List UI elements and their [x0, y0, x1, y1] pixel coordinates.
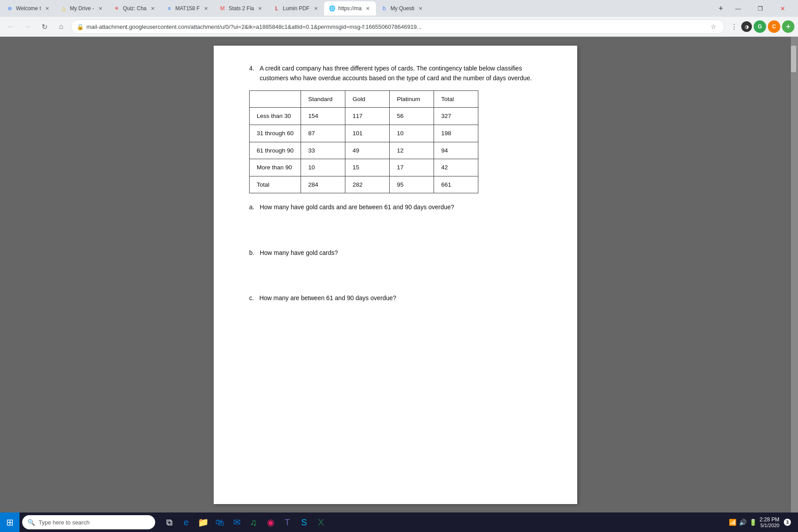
sub-question-text: How many are between 61 and 90 days over…: [259, 293, 396, 303]
table-cell: 94: [434, 142, 478, 159]
table-cell: 49: [345, 142, 390, 159]
tab-label: Stats 2 Fia: [229, 5, 254, 12]
tab-bar: ⊕Welcome t✕△My Drive -✕✳Quiz: Cha✕≡MAT15…: [0, 0, 798, 17]
taskbar-search[interactable]: 🔍 Type here to search: [22, 515, 155, 529]
search-text: Type here to search: [39, 519, 90, 526]
table-header-cell: Platinum: [390, 90, 434, 108]
close-button[interactable]: ✕: [772, 1, 793, 16]
profile-avatar-add[interactable]: +: [782, 20, 794, 33]
browser-tab-tab1[interactable]: ⊕Welcome t✕: [2, 1, 55, 16]
tab-favicon: ≡: [166, 5, 173, 12]
scrollbar-thumb[interactable]: [791, 46, 796, 72]
tab-favicon: ⊕: [6, 5, 13, 12]
browser-tab-tab8[interactable]: bMy Questi✕: [376, 1, 429, 16]
tab-close-button[interactable]: ✕: [149, 5, 156, 12]
sub-questions: a.How many have gold cards and are betwe…: [249, 202, 551, 303]
search-icon: 🔍: [27, 519, 35, 526]
table-cell: 95: [390, 176, 434, 193]
maximize-button[interactable]: ❐: [750, 1, 771, 16]
taskbar-app-photos[interactable]: ◉: [262, 514, 278, 530]
tab-favicon: ✳: [113, 5, 120, 12]
address-bar-row: ← → ↻ ⌂ 🔒 mail-attachment.googleusercont…: [0, 17, 798, 36]
table-cell: 56: [390, 108, 434, 125]
document-page: 4. A credit card company has three diffe…: [214, 46, 577, 504]
tab-close-button[interactable]: ✕: [43, 5, 51, 12]
sub-question-text: How many have gold cards?: [260, 248, 338, 258]
notification-button[interactable]: 3: [782, 517, 793, 528]
tab-label: Lumin PDF: [283, 5, 309, 12]
table-row: 31 through 608710110198: [250, 125, 478, 142]
reload-button[interactable]: ↻: [37, 20, 51, 34]
browser-tab-tab4[interactable]: ≡MAT158 F✕: [161, 1, 214, 16]
question-block: 4. A credit card company has three diffe…: [249, 63, 551, 303]
profile-avatar-dark[interactable]: ◑: [741, 21, 752, 32]
taskbar: ⊞ 🔍 Type here to search ⧉e📁🛍✉♫◉TSX 📶 🔊 🔋…: [0, 512, 798, 532]
browser-tab-tab3[interactable]: ✳Quiz: Cha✕: [109, 1, 160, 16]
table-cell: 87: [301, 125, 345, 142]
home-button[interactable]: ⌂: [54, 20, 68, 34]
address-bar-actions: ☆: [708, 21, 719, 32]
bookmark-icon[interactable]: ☆: [708, 21, 719, 32]
browser-chrome: ⊕Welcome t✕△My Drive -✕✳Quiz: Cha✕≡MAT15…: [0, 0, 798, 37]
table-header-cell: Standard: [301, 90, 345, 108]
taskbar-app-mail[interactable]: ✉: [229, 514, 245, 530]
taskbar-app-skype[interactable]: S: [296, 514, 312, 530]
network-icon[interactable]: 📶: [729, 519, 736, 526]
table-cell: 15: [345, 159, 390, 176]
table-cell: 61 through 90: [250, 142, 301, 159]
tab-close-button[interactable]: ✕: [364, 5, 372, 12]
system-clock: 2:28 PM 5/1/2020: [759, 516, 779, 528]
tab-close-button[interactable]: ✕: [257, 5, 264, 12]
clock-time: 2:28 PM: [759, 516, 779, 523]
taskbar-app-excel[interactable]: X: [313, 514, 329, 530]
table-cell: More than 90: [250, 159, 301, 176]
taskbar-app-edge[interactable]: e: [178, 514, 194, 530]
sound-icon[interactable]: 🔊: [739, 519, 747, 526]
taskbar-apps: ⧉e📁🛍✉♫◉TSX: [158, 514, 332, 530]
table-cell: 117: [345, 108, 390, 125]
browser-tab-tab5[interactable]: MStats 2 Fia✕: [215, 1, 268, 16]
table-cell: 10: [301, 159, 345, 176]
tab-favicon: 🌐: [329, 5, 336, 12]
table-cell: 101: [345, 125, 390, 142]
taskbar-app-spotify[interactable]: ♫: [246, 514, 262, 530]
taskbar-app-teams[interactable]: T: [279, 514, 295, 530]
sub-question-label: c.: [249, 293, 254, 303]
taskbar-app-file-explorer[interactable]: 📁: [195, 514, 211, 530]
profile-icons: ⋮ ◑ G C +: [729, 20, 794, 33]
address-bar[interactable]: 🔒 mail-attachment.googleusercontent.com/…: [71, 20, 724, 34]
browser-tab-tab7[interactable]: 🌐https://ma✕: [324, 1, 376, 16]
back-button[interactable]: ←: [4, 20, 18, 34]
browser-tab-tab2[interactable]: △My Drive -✕: [55, 1, 108, 16]
table-header-cell: [250, 90, 301, 108]
browser-tab-tab6[interactable]: LLumin PDF✕: [269, 1, 324, 16]
tab-label: MAT158 F: [176, 5, 200, 12]
table-row: More than 9010151742: [250, 159, 478, 176]
tab-label: My Drive -: [70, 5, 94, 12]
tab-close-button[interactable]: ✕: [417, 5, 424, 12]
profile-avatar-orange[interactable]: C: [768, 20, 780, 33]
battery-icon[interactable]: 🔋: [749, 519, 757, 526]
tab-close-button[interactable]: ✕: [97, 5, 104, 12]
table-cell: 327: [434, 108, 478, 125]
start-icon: ⊞: [6, 517, 14, 528]
question-text: A credit card company has three differen…: [260, 63, 551, 83]
sub-question: b.How many have gold cards?: [249, 248, 551, 258]
new-tab-button[interactable]: +: [714, 2, 728, 15]
scroll-right: [791, 37, 798, 513]
start-button[interactable]: ⊞: [0, 512, 20, 532]
tab-close-button[interactable]: ✕: [312, 5, 319, 12]
taskbar-app-task-view[interactable]: ⧉: [161, 514, 177, 530]
tab-close-button[interactable]: ✕: [203, 5, 210, 12]
minimize-button[interactable]: —: [728, 1, 748, 16]
table-row: Less than 3015411756327: [250, 108, 478, 125]
browser-menu-icon[interactable]: ⋮: [729, 21, 739, 32]
profile-avatar-green[interactable]: G: [754, 20, 766, 33]
table-cell: 42: [434, 159, 478, 176]
table-cell: 198: [434, 125, 478, 142]
table-row: 61 through 9033491294: [250, 142, 478, 159]
taskbar-app-store[interactable]: 🛍: [212, 514, 228, 530]
table-cell: Less than 30: [250, 108, 301, 125]
table-cell: 154: [301, 108, 345, 125]
forward-button[interactable]: →: [20, 20, 35, 34]
